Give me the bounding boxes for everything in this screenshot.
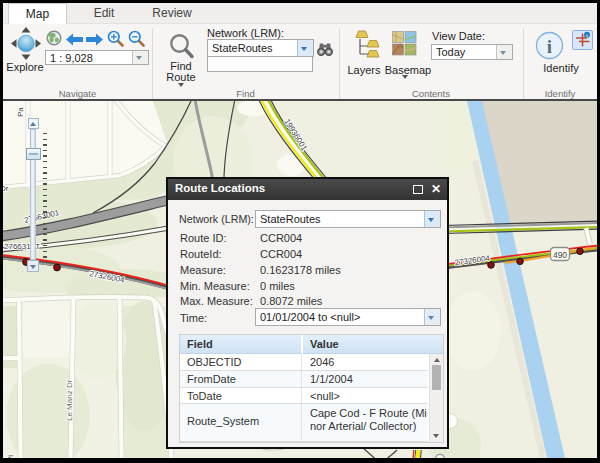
- svg-text:Le Manz Dr: Le Manz Dr: [65, 379, 74, 421]
- svg-text:Pi: Pi: [6, 455, 15, 458]
- svg-text:Pa: Pa: [16, 107, 25, 117]
- svg-text:490: 490: [553, 250, 567, 260]
- svg-text:Dr: Dr: [3, 184, 9, 193]
- svg-text:i: i: [547, 36, 552, 57]
